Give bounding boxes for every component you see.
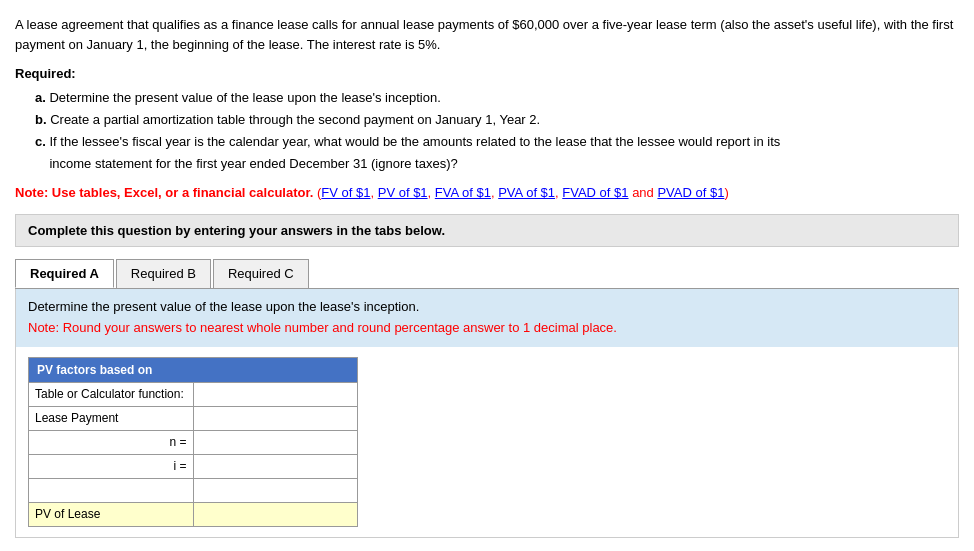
- row-lease-payment-label: Lease Payment: [29, 406, 194, 430]
- fvad-link[interactable]: FVAD of $1: [562, 185, 628, 200]
- pv-table-header: PV factors based on: [29, 357, 358, 382]
- pvad-link[interactable]: PVAD of $1: [657, 185, 724, 200]
- tab-a-header-line1: Determine the present value of the lease…: [28, 297, 946, 318]
- table-calc-input[interactable]: [200, 386, 352, 402]
- n-input[interactable]: [200, 434, 352, 450]
- tab-a-header: Determine the present value of the lease…: [16, 289, 958, 347]
- fva-link[interactable]: FVA of $1: [435, 185, 491, 200]
- required-label: Required:: [15, 66, 959, 81]
- tab-required-a[interactable]: Required A: [15, 259, 114, 288]
- pv-table: PV factors based on Table or Calculator …: [28, 357, 358, 527]
- row-pv-lease-input[interactable]: [193, 502, 358, 526]
- row-i-input[interactable]: [193, 454, 358, 478]
- pv-link[interactable]: PV of $1: [378, 185, 428, 200]
- table-row: n =: [29, 430, 358, 454]
- note-text: Note: Use tables, Excel, or a financial …: [15, 185, 959, 200]
- tab-required-c[interactable]: Required C: [213, 259, 309, 288]
- tab-content: Determine the present value of the lease…: [15, 289, 959, 538]
- pv-lease-input[interactable]: [200, 506, 352, 522]
- tab-required-b[interactable]: Required B: [116, 259, 211, 288]
- row-lease-payment-input[interactable]: [193, 406, 358, 430]
- table-row: [29, 478, 358, 502]
- pv-table-section: PV factors based on Table or Calculator …: [16, 347, 958, 537]
- table-row: Lease Payment: [29, 406, 358, 430]
- i-input[interactable]: [200, 458, 352, 474]
- required-item-c: c. If the lessee's fiscal year is the ca…: [35, 131, 959, 175]
- row-empty-input[interactable]: [193, 478, 358, 502]
- complete-box: Complete this question by entering your …: [15, 214, 959, 247]
- fv-link[interactable]: FV of $1: [321, 185, 370, 200]
- intro-paragraph: A lease agreement that qualifies as a fi…: [15, 15, 959, 54]
- pva-link[interactable]: PVA of $1: [498, 185, 555, 200]
- table-row: PV of Lease: [29, 502, 358, 526]
- lease-payment-input[interactable]: [200, 410, 352, 426]
- required-item-b: b. Create a partial amortization table t…: [35, 109, 959, 131]
- empty-input[interactable]: [200, 482, 352, 498]
- tab-a-header-line2: Note: Round your answers to nearest whol…: [28, 318, 946, 339]
- row-n-label: n =: [29, 430, 194, 454]
- table-row: i =: [29, 454, 358, 478]
- row-table-calc-input[interactable]: [193, 382, 358, 406]
- row-n-input[interactable]: [193, 430, 358, 454]
- row-i-label: i =: [29, 454, 194, 478]
- tabs-row: Required A Required B Required C: [15, 259, 959, 289]
- row-pv-lease-label: PV of Lease: [29, 502, 194, 526]
- required-items-list: a. Determine the present value of the le…: [35, 87, 959, 175]
- table-row: Table or Calculator function:: [29, 382, 358, 406]
- row-empty-label: [29, 478, 194, 502]
- required-item-a: a. Determine the present value of the le…: [35, 87, 959, 109]
- row-table-calc-label: Table or Calculator function:: [29, 382, 194, 406]
